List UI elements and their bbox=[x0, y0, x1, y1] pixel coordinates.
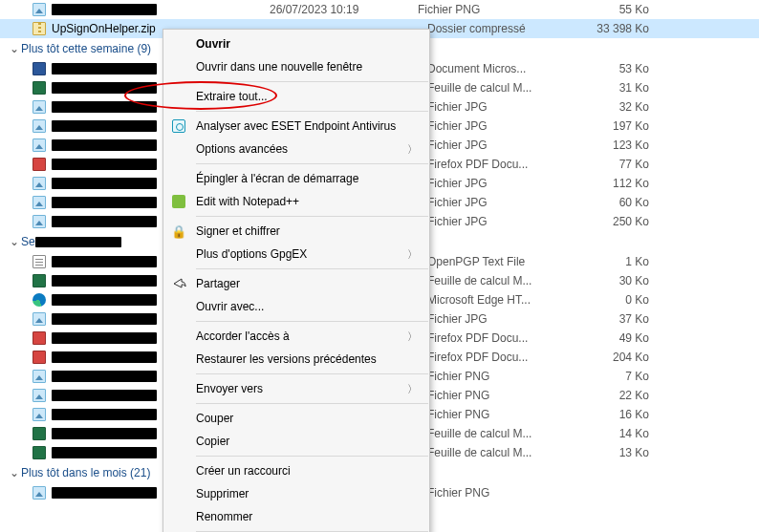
file-name-redacted bbox=[52, 390, 157, 401]
file-type: Feuille de calcul M... bbox=[418, 274, 571, 287]
xls-icon bbox=[31, 80, 48, 96]
menu-cut[interactable]: Couper bbox=[163, 407, 429, 430]
img-icon bbox=[31, 118, 48, 134]
file-type: Fichier PNG bbox=[418, 389, 571, 402]
menu-copy[interactable]: Copier bbox=[163, 430, 429, 453]
menu-extract-all[interactable]: Extraire tout... bbox=[163, 85, 429, 108]
zip-icon bbox=[31, 21, 48, 36]
file-name-redacted bbox=[52, 120, 157, 132]
xls-icon bbox=[31, 445, 48, 460]
file-name-redacted bbox=[52, 409, 157, 420]
file-size: 60 Ko bbox=[571, 196, 657, 209]
file-type: Firefox PDF Docu... bbox=[418, 158, 571, 171]
menu-separator bbox=[196, 268, 428, 269]
file-type: Firefox PDF Docu... bbox=[418, 331, 571, 345]
menu-gpgex-more[interactable]: Plus d'options GpgEX〉 bbox=[163, 243, 429, 266]
file-type: Fichier JPG bbox=[418, 177, 571, 190]
file-name-redacted bbox=[52, 351, 157, 363]
file-type: Feuille de calcul M... bbox=[418, 427, 571, 440]
menu-rename[interactable]: Renommer bbox=[163, 505, 429, 528]
menu-advanced-options[interactable]: Options avancées〉 bbox=[163, 138, 429, 160]
menu-share[interactable]: Partager bbox=[163, 272, 429, 295]
file-size: 1 Ko bbox=[571, 255, 657, 268]
menu-delete[interactable]: Supprimer bbox=[163, 482, 429, 505]
file-name-redacted bbox=[52, 256, 157, 267]
chevron-right-icon: 〉 bbox=[407, 247, 418, 262]
file-name-redacted bbox=[52, 101, 157, 113]
file-type: Fichier PNG bbox=[418, 3, 571, 16]
img-icon bbox=[31, 138, 48, 153]
menu-sign-encrypt[interactable]: 🔒Signer et chiffrer bbox=[163, 220, 429, 243]
file-size: 0 Ko bbox=[571, 293, 657, 307]
group-label: Plus tôt dans le mois (21) bbox=[21, 466, 150, 479]
file-type: OpenPGP Text File bbox=[418, 255, 571, 268]
img-icon bbox=[31, 214, 48, 229]
file-name-redacted bbox=[52, 63, 157, 74]
menu-open-new-window[interactable]: Ouvrir dans une nouvelle fenêtre bbox=[163, 55, 429, 78]
pdf-icon bbox=[31, 330, 48, 346]
pdf-icon bbox=[31, 157, 48, 172]
img-icon bbox=[31, 485, 48, 500]
menu-open-with[interactable]: Ouvrir avec... bbox=[163, 295, 429, 318]
menu-edit-notepadpp[interactable]: Edit with Notepad++ bbox=[163, 190, 429, 213]
file-size: 53 Ko bbox=[571, 62, 657, 75]
file-size: 30 Ko bbox=[571, 274, 657, 287]
file-name-redacted bbox=[52, 82, 157, 94]
file-date: 26/07/2023 10:19 bbox=[270, 3, 418, 16]
chevron-right-icon: 〉 bbox=[407, 330, 418, 344]
file-size: 123 Ko bbox=[571, 138, 657, 152]
file-size: 32 Ko bbox=[571, 100, 657, 114]
share-icon bbox=[171, 276, 186, 291]
notepadpp-icon bbox=[171, 194, 186, 209]
img-icon bbox=[31, 99, 48, 115]
file-size: 13 Ko bbox=[571, 446, 657, 459]
menu-separator bbox=[196, 403, 428, 404]
file-type: Feuille de calcul M... bbox=[418, 446, 571, 459]
file-size: 31 Ko bbox=[571, 81, 657, 95]
file-name-redacted bbox=[52, 275, 157, 287]
file-type: Fichier JPG bbox=[418, 215, 571, 228]
file-name-redacted bbox=[52, 487, 157, 499]
menu-create-shortcut[interactable]: Créer un raccourci bbox=[163, 459, 429, 482]
file-size: 37 Ko bbox=[571, 312, 657, 326]
file-type: Fichier JPG bbox=[418, 196, 571, 209]
file-type: Fichier JPG bbox=[418, 119, 571, 133]
menu-grant-access[interactable]: Accorder l'accès à〉 bbox=[163, 325, 429, 348]
file-name: UpSignOnHelper.zip bbox=[52, 22, 156, 35]
file-size: 197 Ko bbox=[571, 119, 657, 133]
file-type: Fichier JPG bbox=[418, 138, 571, 152]
menu-separator bbox=[196, 163, 428, 164]
file-name-redacted bbox=[52, 428, 157, 439]
edge-icon bbox=[31, 292, 48, 308]
word-icon bbox=[31, 61, 48, 76]
file-name-redacted bbox=[52, 294, 157, 306]
group-label: Se bbox=[21, 235, 121, 248]
chevron-down-icon: ⌄ bbox=[8, 42, 21, 55]
file-size: 7 Ko bbox=[571, 370, 657, 383]
menu-pin-start[interactable]: Épingler à l'écran de démarrage bbox=[163, 167, 429, 190]
chevron-down-icon: ⌄ bbox=[8, 235, 21, 248]
menu-send-to[interactable]: Envoyer vers〉 bbox=[163, 377, 429, 400]
file-size: 250 Ko bbox=[571, 215, 657, 228]
file-type: Firefox PDF Docu... bbox=[418, 351, 571, 364]
file-size: 49 Ko bbox=[571, 331, 657, 345]
file-type: Document Micros... bbox=[418, 62, 571, 75]
file-type: Fichier PNG bbox=[418, 370, 571, 383]
file-name-redacted bbox=[52, 313, 157, 325]
chevron-right-icon: 〉 bbox=[407, 142, 418, 157]
image-icon bbox=[31, 2, 48, 17]
lock-icon: 🔒 bbox=[171, 223, 186, 239]
file-type: Fichier JPG bbox=[418, 100, 571, 114]
file-type: Dossier compressé bbox=[418, 22, 571, 35]
menu-separator bbox=[196, 216, 428, 217]
menu-eset-scan[interactable]: Analyser avec ESET Endpoint Antivirus bbox=[163, 115, 429, 138]
file-row[interactable]: 26/07/2023 10:19 Fichier PNG 55 Ko bbox=[0, 0, 759, 19]
menu-separator bbox=[196, 111, 428, 112]
file-name-redacted bbox=[52, 197, 157, 208]
img-icon bbox=[31, 311, 48, 327]
context-menu: Ouvrir Ouvrir dans une nouvelle fenêtre … bbox=[163, 29, 430, 532]
file-name-redacted bbox=[52, 139, 157, 151]
file-size: 16 Ko bbox=[571, 408, 657, 421]
menu-restore-versions[interactable]: Restaurer les versions précédentes bbox=[163, 348, 429, 371]
menu-open[interactable]: Ouvrir bbox=[163, 32, 429, 55]
